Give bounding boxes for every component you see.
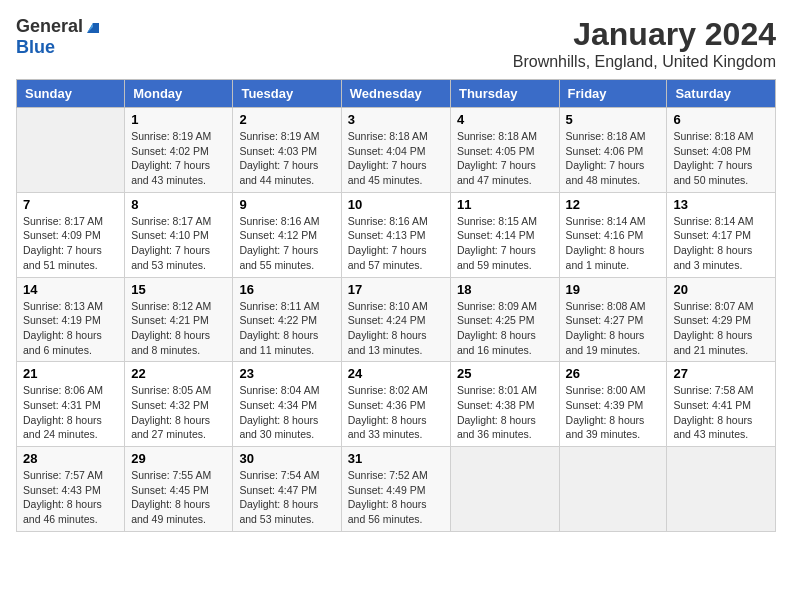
day-cell: 1 Sunrise: 8:19 AM Sunset: 4:02 PM Dayli…: [125, 108, 233, 193]
day-number: 18: [457, 282, 553, 297]
daylight: Daylight: 7 hours and 57 minutes.: [348, 244, 427, 271]
daylight: Daylight: 8 hours and 27 minutes.: [131, 414, 210, 441]
daylight: Daylight: 7 hours and 59 minutes.: [457, 244, 536, 271]
daylight: Daylight: 7 hours and 48 minutes.: [566, 159, 645, 186]
day-number: 25: [457, 366, 553, 381]
day-cell: 7 Sunrise: 8:17 AM Sunset: 4:09 PM Dayli…: [17, 192, 125, 277]
day-cell: 5 Sunrise: 8:18 AM Sunset: 4:06 PM Dayli…: [559, 108, 667, 193]
day-number: 8: [131, 197, 226, 212]
sunrise: Sunrise: 8:18 AM: [673, 130, 753, 142]
day-info: Sunrise: 8:18 AM Sunset: 4:08 PM Dayligh…: [673, 129, 769, 188]
day-cell: 18 Sunrise: 8:09 AM Sunset: 4:25 PM Dayl…: [450, 277, 559, 362]
sunrise: Sunrise: 8:18 AM: [348, 130, 428, 142]
sunset: Sunset: 4:19 PM: [23, 314, 101, 326]
day-info: Sunrise: 7:54 AM Sunset: 4:47 PM Dayligh…: [239, 468, 334, 527]
sunset: Sunset: 4:27 PM: [566, 314, 644, 326]
sunrise: Sunrise: 8:16 AM: [239, 215, 319, 227]
sunrise: Sunrise: 8:08 AM: [566, 300, 646, 312]
day-number: 11: [457, 197, 553, 212]
day-number: 13: [673, 197, 769, 212]
day-info: Sunrise: 8:15 AM Sunset: 4:14 PM Dayligh…: [457, 214, 553, 273]
sunset: Sunset: 4:22 PM: [239, 314, 317, 326]
title-area: January 2024 Brownhills, England, United…: [513, 16, 776, 71]
header-cell-sunday: Sunday: [17, 80, 125, 108]
day-info: Sunrise: 8:06 AM Sunset: 4:31 PM Dayligh…: [23, 383, 118, 442]
daylight: Daylight: 8 hours and 11 minutes.: [239, 329, 318, 356]
day-number: 17: [348, 282, 444, 297]
sunrise: Sunrise: 8:11 AM: [239, 300, 319, 312]
sunset: Sunset: 4:17 PM: [673, 229, 751, 241]
day-number: 29: [131, 451, 226, 466]
sunset: Sunset: 4:21 PM: [131, 314, 209, 326]
sunrise: Sunrise: 7:58 AM: [673, 384, 753, 396]
sunrise: Sunrise: 8:07 AM: [673, 300, 753, 312]
sunset: Sunset: 4:10 PM: [131, 229, 209, 241]
day-cell: 2 Sunrise: 8:19 AM Sunset: 4:03 PM Dayli…: [233, 108, 341, 193]
sunrise: Sunrise: 8:04 AM: [239, 384, 319, 396]
week-row-5: 28 Sunrise: 7:57 AM Sunset: 4:43 PM Dayl…: [17, 447, 776, 532]
day-cell: 6 Sunrise: 8:18 AM Sunset: 4:08 PM Dayli…: [667, 108, 776, 193]
sunset: Sunset: 4:45 PM: [131, 484, 209, 496]
daylight: Daylight: 8 hours and 21 minutes.: [673, 329, 752, 356]
week-row-1: 1 Sunrise: 8:19 AM Sunset: 4:02 PM Dayli…: [17, 108, 776, 193]
day-cell: 16 Sunrise: 8:11 AM Sunset: 4:22 PM Dayl…: [233, 277, 341, 362]
day-cell: 29 Sunrise: 7:55 AM Sunset: 4:45 PM Dayl…: [125, 447, 233, 532]
daylight: Daylight: 8 hours and 30 minutes.: [239, 414, 318, 441]
day-number: 23: [239, 366, 334, 381]
day-info: Sunrise: 8:10 AM Sunset: 4:24 PM Dayligh…: [348, 299, 444, 358]
day-number: 20: [673, 282, 769, 297]
sunset: Sunset: 4:43 PM: [23, 484, 101, 496]
day-info: Sunrise: 8:05 AM Sunset: 4:32 PM Dayligh…: [131, 383, 226, 442]
sunrise: Sunrise: 8:16 AM: [348, 215, 428, 227]
day-number: 12: [566, 197, 661, 212]
day-cell: 9 Sunrise: 8:16 AM Sunset: 4:12 PM Dayli…: [233, 192, 341, 277]
sunrise: Sunrise: 8:18 AM: [457, 130, 537, 142]
sunset: Sunset: 4:02 PM: [131, 145, 209, 157]
logo: General Blue: [16, 16, 101, 58]
day-cell: 24 Sunrise: 8:02 AM Sunset: 4:36 PM Dayl…: [341, 362, 450, 447]
sunrise: Sunrise: 7:57 AM: [23, 469, 103, 481]
daylight: Daylight: 8 hours and 56 minutes.: [348, 498, 427, 525]
sunset: Sunset: 4:39 PM: [566, 399, 644, 411]
daylight: Daylight: 7 hours and 53 minutes.: [131, 244, 210, 271]
daylight: Daylight: 8 hours and 13 minutes.: [348, 329, 427, 356]
day-info: Sunrise: 8:02 AM Sunset: 4:36 PM Dayligh…: [348, 383, 444, 442]
week-row-4: 21 Sunrise: 8:06 AM Sunset: 4:31 PM Dayl…: [17, 362, 776, 447]
day-number: 28: [23, 451, 118, 466]
daylight: Daylight: 8 hours and 1 minute.: [566, 244, 645, 271]
day-info: Sunrise: 8:18 AM Sunset: 4:05 PM Dayligh…: [457, 129, 553, 188]
daylight: Daylight: 7 hours and 44 minutes.: [239, 159, 318, 186]
day-cell: 11 Sunrise: 8:15 AM Sunset: 4:14 PM Dayl…: [450, 192, 559, 277]
sunset: Sunset: 4:24 PM: [348, 314, 426, 326]
sunrise: Sunrise: 8:14 AM: [673, 215, 753, 227]
day-number: 7: [23, 197, 118, 212]
sunset: Sunset: 4:12 PM: [239, 229, 317, 241]
daylight: Daylight: 7 hours and 51 minutes.: [23, 244, 102, 271]
daylight: Daylight: 8 hours and 39 minutes.: [566, 414, 645, 441]
sunset: Sunset: 4:31 PM: [23, 399, 101, 411]
day-number: 24: [348, 366, 444, 381]
day-cell: 17 Sunrise: 8:10 AM Sunset: 4:24 PM Dayl…: [341, 277, 450, 362]
daylight: Daylight: 8 hours and 43 minutes.: [673, 414, 752, 441]
day-number: 15: [131, 282, 226, 297]
sunrise: Sunrise: 8:10 AM: [348, 300, 428, 312]
day-cell: 12 Sunrise: 8:14 AM Sunset: 4:16 PM Dayl…: [559, 192, 667, 277]
day-info: Sunrise: 8:01 AM Sunset: 4:38 PM Dayligh…: [457, 383, 553, 442]
sunrise: Sunrise: 8:15 AM: [457, 215, 537, 227]
sunset: Sunset: 4:34 PM: [239, 399, 317, 411]
day-number: 22: [131, 366, 226, 381]
day-info: Sunrise: 8:17 AM Sunset: 4:10 PM Dayligh…: [131, 214, 226, 273]
header-cell-thursday: Thursday: [450, 80, 559, 108]
day-info: Sunrise: 8:14 AM Sunset: 4:16 PM Dayligh…: [566, 214, 661, 273]
day-info: Sunrise: 8:17 AM Sunset: 4:09 PM Dayligh…: [23, 214, 118, 273]
day-info: Sunrise: 8:19 AM Sunset: 4:03 PM Dayligh…: [239, 129, 334, 188]
day-number: 30: [239, 451, 334, 466]
daylight: Daylight: 8 hours and 8 minutes.: [131, 329, 210, 356]
day-info: Sunrise: 8:11 AM Sunset: 4:22 PM Dayligh…: [239, 299, 334, 358]
sunrise: Sunrise: 8:02 AM: [348, 384, 428, 396]
day-info: Sunrise: 8:12 AM Sunset: 4:21 PM Dayligh…: [131, 299, 226, 358]
sunset: Sunset: 4:04 PM: [348, 145, 426, 157]
day-cell: 3 Sunrise: 8:18 AM Sunset: 4:04 PM Dayli…: [341, 108, 450, 193]
calendar-table: SundayMondayTuesdayWednesdayThursdayFrid…: [16, 79, 776, 532]
day-cell: 26 Sunrise: 8:00 AM Sunset: 4:39 PM Dayl…: [559, 362, 667, 447]
